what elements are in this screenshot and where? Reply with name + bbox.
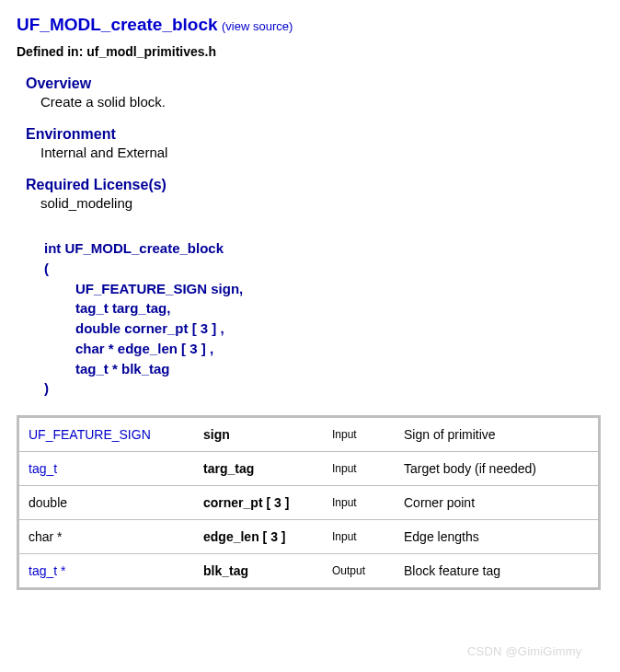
function-name: UF_MODL_create_block — [17, 15, 218, 34]
function-signature: int UF_MODL_create_block ( UF_FEATURE_SI… — [44, 238, 603, 399]
param-type: tag_t — [18, 452, 195, 486]
table-row: UF_FEATURE_SIGNsignInputSign of primitiv… — [18, 417, 600, 452]
sig-open: ( — [44, 259, 603, 279]
param-description: Sign of primitive — [395, 417, 600, 452]
param-direction: Output — [323, 554, 395, 589]
sig-close: ) — [44, 378, 603, 399]
param-type: double — [18, 486, 195, 520]
param-type: UF_FEATURE_SIGN — [18, 417, 195, 452]
param-direction: Input — [323, 452, 395, 486]
param-direction: Input — [323, 520, 395, 554]
param-description: Target body (if needed) — [395, 452, 600, 486]
table-row: char *edge_len [ 3 ]InputEdge lengths — [18, 520, 600, 554]
param-direction: Input — [323, 486, 395, 520]
overview-section: Overview Create a solid block. — [26, 75, 603, 110]
param-name: blk_tag — [194, 554, 323, 589]
environment-head: Environment — [26, 126, 603, 143]
table-row: doublecorner_pt [ 3 ]InputCorner point — [18, 486, 600, 520]
param-name: edge_len [ 3 ] — [194, 520, 323, 554]
license-body: solid_modeling — [40, 195, 603, 211]
license-section: Required License(s) solid_modeling — [26, 177, 603, 211]
sig-param: tag_t * blk_tag — [75, 359, 603, 379]
overview-body: Create a solid block. — [40, 94, 603, 110]
param-name: targ_tag — [194, 452, 323, 486]
param-description: Corner point — [395, 486, 600, 520]
param-type: char * — [18, 520, 195, 554]
param-type: tag_t * — [18, 554, 195, 589]
sig-param: double corner_pt [ 3 ] , — [75, 319, 603, 339]
sig-param: char * edge_len [ 3 ] , — [75, 339, 603, 359]
sig-param: UF_FEATURE_SIGN sign, — [75, 279, 603, 299]
type-link[interactable]: UF_FEATURE_SIGN — [29, 427, 151, 442]
sig-param: tag_t targ_tag, — [75, 298, 603, 319]
param-direction: Input — [323, 417, 395, 452]
param-name: corner_pt [ 3 ] — [194, 486, 323, 520]
table-row: tag_ttarg_tagInputTarget body (if needed… — [18, 452, 600, 486]
environment-section: Environment Internal and External — [26, 126, 603, 160]
overview-head: Overview — [26, 75, 603, 92]
type-link[interactable]: tag_t — [29, 461, 57, 476]
page-title-row: UF_MODL_create_block (view source) — [17, 15, 603, 35]
environment-body: Internal and External — [40, 145, 603, 160]
defined-in-file: uf_modl_primitives.h — [86, 44, 216, 59]
table-row: tag_t *blk_tagOutputBlock feature tag — [18, 554, 600, 589]
param-description: Block feature tag — [395, 554, 600, 589]
sig-return-name: int UF_MODL_create_block — [44, 238, 603, 259]
type-link[interactable]: tag_t * — [29, 563, 65, 578]
defined-in-label: Defined in: — [17, 44, 83, 59]
param-description: Edge lengths — [395, 520, 600, 554]
param-name: sign — [194, 417, 323, 452]
parameters-table: UF_FEATURE_SIGNsignInputSign of primitiv… — [17, 415, 601, 590]
license-head: Required License(s) — [26, 177, 603, 193]
view-source-link[interactable]: (view source) — [222, 19, 293, 33]
defined-in: Defined in: uf_modl_primitives.h — [17, 44, 603, 59]
